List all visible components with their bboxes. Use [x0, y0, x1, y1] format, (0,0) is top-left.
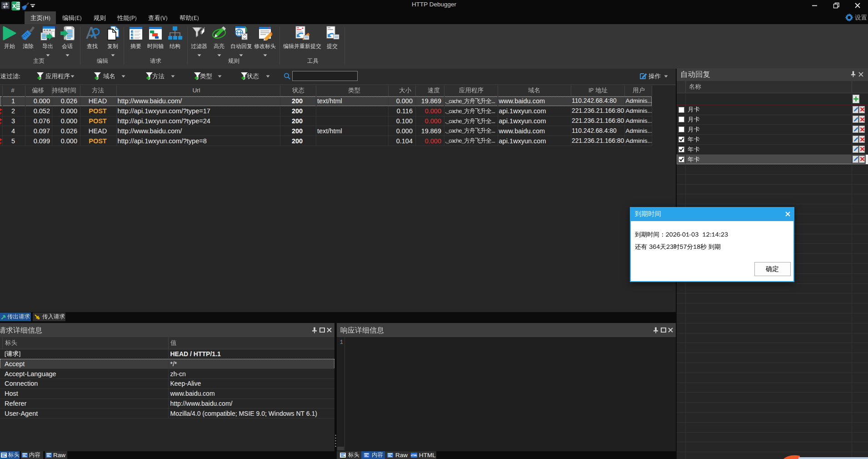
svg-text:X: X	[12, 3, 16, 10]
svg-text:HTML: HTML	[411, 454, 417, 457]
